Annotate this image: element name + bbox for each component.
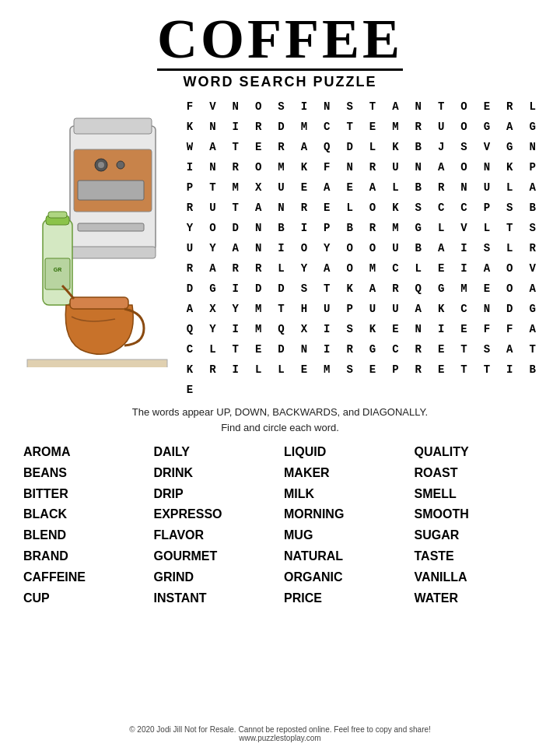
grid-cell: U [384, 299, 406, 319]
grid-cell: M [247, 299, 269, 319]
grid-cell: K [430, 299, 452, 319]
grid-cell: I [225, 279, 247, 299]
word-item: GRIND [154, 568, 277, 587]
word-item: BRAND [23, 547, 146, 566]
grid-cell: R [225, 157, 247, 177]
grid-cell: N [453, 177, 475, 198]
grid-cell: J [430, 137, 452, 157]
word-item: ORGANIC [284, 568, 407, 587]
grid-cell: S [339, 96, 361, 117]
grid-cell: M [271, 157, 292, 177]
grid-cell: G [522, 299, 544, 319]
grid-cell: E [384, 319, 406, 339]
grid-cell: O [247, 157, 269, 177]
grid-cell: Q [179, 319, 201, 339]
grid-cell: I [225, 319, 247, 339]
grid-cell: E [293, 177, 315, 198]
grid-cell: I [225, 117, 247, 137]
grid-cell: A [316, 177, 338, 198]
grid-cell: I [316, 319, 338, 339]
word-item: BLACK [23, 505, 146, 524]
grid-cell: T [271, 299, 292, 319]
grid-cell: D [499, 299, 520, 319]
grid-cell: A [293, 137, 315, 157]
word-item: WATER [415, 589, 537, 608]
word-item: LIQUID [284, 443, 407, 462]
grid-cell: L [271, 359, 292, 380]
grid-cell: E [316, 198, 338, 218]
word-item: VANILLA [415, 568, 537, 587]
grid-cell: T [225, 198, 247, 218]
grid-cell: N [522, 137, 544, 157]
word-item: NATURAL [284, 547, 407, 566]
grid-cell: K [293, 157, 315, 177]
grid-cell: U [316, 299, 338, 319]
grid-cell: O [362, 198, 383, 218]
grid-cell: E [430, 359, 452, 380]
grid-cell: G [201, 279, 223, 299]
puzzle-area: GR FVNOSINSTANTOERLKNIRDMCTEMRUOGAGWATER… [16, 95, 544, 400]
grid-cell: S [522, 218, 544, 238]
grid-cell: O [453, 117, 475, 137]
grid-cell: A [522, 319, 544, 339]
grid-cell: F [179, 96, 201, 117]
grid-cell: N [293, 339, 315, 359]
word-item: SMOOTH [415, 505, 537, 524]
grid-cell: R [293, 198, 315, 218]
grid-cell: O [201, 218, 223, 238]
word-item: INSTANT [154, 589, 277, 608]
grid-cell: K [362, 319, 383, 339]
grid-cell: S [339, 359, 361, 380]
grid-cell: U [384, 238, 406, 258]
grid-cell: R [408, 359, 429, 380]
grid-cell: O [339, 238, 361, 258]
word-item: MAKER [284, 464, 407, 483]
grid-cell: D [339, 137, 361, 157]
grid-cell: E [339, 177, 361, 198]
word-item: FLAVOR [154, 526, 277, 545]
grid-cell: A [362, 177, 383, 198]
grid-cell: O [339, 258, 361, 279]
grid-cell: N [408, 319, 429, 339]
coffee-illustration: GR [16, 95, 179, 375]
grid-cell: E [476, 279, 498, 299]
grid-cell: K [499, 157, 520, 177]
grid-cell: M [316, 359, 338, 380]
grid-cell: P [316, 218, 338, 238]
grid-cell: M [225, 177, 247, 198]
grid-cell: T [362, 96, 383, 117]
word-item: MILK [284, 485, 407, 504]
word-column-4: QUALITYROASTSMELLSMOOTHSUGARTASTEVANILLA… [415, 443, 537, 608]
grid-cell: R [201, 359, 223, 380]
grid-cell: E [179, 380, 201, 400]
grid-cell: H [293, 299, 315, 319]
grid-cell: S [476, 339, 498, 359]
grid-cell: C [316, 117, 338, 137]
grid-cell: W [179, 137, 201, 157]
grid-cell: P [522, 157, 544, 177]
grid-cell: O [499, 258, 520, 279]
grid-cell: C [384, 258, 406, 279]
word-item: AROMA [23, 443, 146, 462]
footer: © 2020 Jodi Jill Not for Resale. Cannot … [129, 719, 431, 742]
grid-cell: R [339, 339, 361, 359]
grid-cell: C [430, 198, 452, 218]
grid-cell: R [499, 96, 520, 117]
word-item: PRICE [284, 589, 407, 608]
word-item: BEANS [23, 464, 146, 483]
grid-cell: Y [179, 218, 201, 238]
grid-cell: S [408, 198, 429, 218]
word-column-2: DAILYDRINKDRIPEXPRESSOFLAVORGOURMETGRIND… [154, 443, 277, 608]
grid-cell: T [316, 279, 338, 299]
grid-cell: A [201, 258, 223, 279]
grid-cell: R [430, 177, 452, 198]
grid-cell: L [271, 258, 292, 279]
grid-cell: E [293, 359, 315, 380]
grid-cell: P [179, 177, 201, 198]
grid-cell: E [247, 339, 269, 359]
grid-cell: T [476, 359, 498, 380]
grid-cell: T [453, 359, 475, 380]
word-item: BITTER [23, 485, 146, 504]
grid-cell: X [201, 299, 223, 319]
grid-cell: Y [316, 238, 338, 258]
